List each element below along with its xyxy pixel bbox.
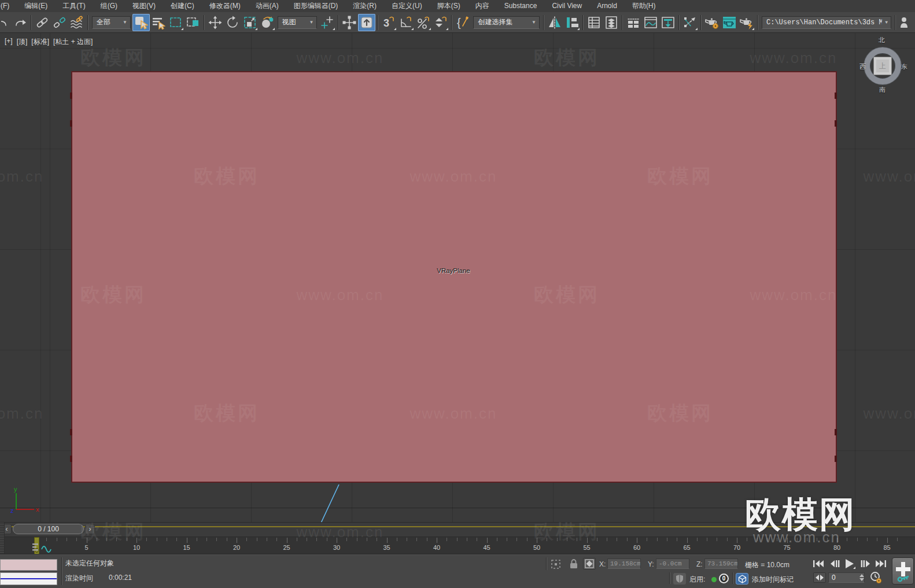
- vray-plane-object[interactable]: [71, 71, 837, 483]
- select-by-name-button[interactable]: [150, 14, 167, 31]
- toolbar-separator: [338, 15, 339, 30]
- toggle-scene-explorer-button[interactable]: [585, 14, 603, 31]
- workspace-button[interactable]: [898, 14, 915, 31]
- goto-start-button[interactable]: [811, 557, 825, 569]
- next-frame-button[interactable]: [858, 557, 873, 569]
- render-setup-button[interactable]: [703, 14, 721, 31]
- viewcube-north-label[interactable]: 北: [879, 36, 885, 45]
- viewcube-west-label[interactable]: 西: [859, 62, 866, 71]
- bind-to-space-warp-button[interactable]: [68, 14, 86, 31]
- selection-filter-dropdown[interactable]: 全部 ▼: [92, 16, 131, 29]
- macro-recorder-pane[interactable]: [0, 559, 57, 571]
- ruler-tick: [206, 538, 207, 541]
- window-crossing-button[interactable]: [185, 14, 202, 31]
- curve-editor-button[interactable]: [642, 14, 659, 31]
- redo-button[interactable]: [12, 14, 29, 31]
- edit-named-selection-sets-button[interactable]: {: [454, 14, 471, 31]
- named-selection-set-dropdown[interactable]: 创建选择集 ▼: [473, 16, 540, 29]
- keyboard-override-button[interactable]: [358, 14, 375, 31]
- rectangular-selection-region-button[interactable]: [167, 14, 185, 31]
- key-mode-toggle-button[interactable]: [813, 572, 826, 583]
- ruler-tick: [757, 538, 758, 541]
- lock-selection-icon[interactable]: [569, 559, 578, 569]
- material-editor-button[interactable]: [681, 14, 699, 31]
- viewcube-top-face[interactable]: 上: [873, 57, 892, 75]
- toggle-layer-explorer-button[interactable]: [603, 14, 620, 31]
- menu-item-2[interactable]: 工具(T): [55, 0, 93, 12]
- menu-item-13[interactable]: Substance: [497, 0, 545, 12]
- maxscript-listener-pane[interactable]: [0, 572, 57, 585]
- unlink-selection-button[interactable]: [51, 14, 68, 31]
- x-coord-field[interactable]: 19.158cm: [607, 559, 641, 569]
- absolute-mode-button[interactable]: [583, 558, 596, 569]
- ref-coord-system-dropdown[interactable]: 视图 ▼: [278, 16, 318, 29]
- enable-count-badge[interactable]: 0: [719, 574, 729, 583]
- y-coord-field[interactable]: -0.0cm: [656, 559, 689, 569]
- menu-item-10[interactable]: 自定义(U): [384, 0, 430, 12]
- menu-item-14[interactable]: Civil View: [544, 0, 589, 12]
- viewcube-south-label[interactable]: 南: [879, 86, 886, 94]
- rendered-frame-window-button[interactable]: [721, 14, 738, 31]
- menu-item-9[interactable]: 渲染(R): [345, 0, 384, 12]
- time-tag-button[interactable]: [736, 573, 748, 585]
- viewport-general-menu[interactable]: [+]: [5, 37, 13, 47]
- time-slider-next-button[interactable]: ›: [85, 524, 95, 534]
- plane-edge-mark: [70, 456, 72, 462]
- menu-item-15[interactable]: Arnold: [589, 0, 625, 12]
- add-time-tag-label[interactable]: 添加时间标记: [752, 575, 794, 585]
- render-production-button[interactable]: [738, 14, 755, 31]
- ruler-tick: [197, 538, 197, 541]
- track-bar-ruler[interactable]: 510152025303540455055606570758085 0: [0, 537, 915, 554]
- viewport-shading-menu[interactable]: [粘土 + 边面]: [53, 37, 93, 47]
- frame-spinner[interactable]: [858, 572, 865, 583]
- menu-item-12[interactable]: 内容: [468, 0, 497, 12]
- percent-snap-button[interactable]: [415, 14, 432, 31]
- mirror-button[interactable]: [546, 14, 563, 31]
- menu-item-4[interactable]: 视图(V): [125, 0, 163, 12]
- viewcube-east-label[interactable]: 东: [901, 62, 907, 71]
- snaps-toggle-button[interactable]: 3: [380, 14, 397, 31]
- menu-item-7[interactable]: 动画(A): [248, 0, 286, 12]
- toggle-ribbon-button[interactable]: [625, 14, 642, 31]
- menu-item-1[interactable]: 编辑(E): [17, 0, 55, 12]
- set-key-button[interactable]: [892, 557, 914, 585]
- align-button[interactable]: [563, 14, 581, 31]
- isolate-selection-icon[interactable]: [551, 559, 561, 569]
- trackbar-grip[interactable]: [0, 523, 5, 554]
- viewport-standard-menu[interactable]: [标准]: [31, 37, 49, 47]
- project-path-dropdown[interactable]: C:\Users\Han\Documents\3ds Max 2022 ▼: [762, 16, 891, 29]
- ruler-label-20: 20: [233, 544, 240, 551]
- select-object-button[interactable]: [132, 14, 150, 31]
- viewcube[interactable]: 上 北 西 东 南: [855, 38, 910, 94]
- select-and-manipulate-button[interactable]: [341, 14, 358, 31]
- ruler-tick: [817, 538, 817, 541]
- menu-item-0[interactable]: 文件(F): [0, 0, 17, 12]
- prev-frame-button[interactable]: [827, 557, 842, 569]
- schematic-view-button[interactable]: [659, 14, 677, 31]
- use-pivot-point-center-button[interactable]: [319, 14, 336, 31]
- viewport-pov-menu[interactable]: [顶]: [17, 37, 28, 47]
- menu-item-11[interactable]: 脚本(S): [430, 0, 468, 12]
- angle-snap-button[interactable]: [397, 14, 415, 31]
- viewport-top[interactable]: [+] [顶] [标准] [粘土 + 边面] VRayPlane 上 北 西 东…: [0, 33, 915, 522]
- select-and-move-button[interactable]: [206, 14, 224, 31]
- menu-item-5[interactable]: 创建(C): [163, 0, 202, 12]
- menu-item-16[interactable]: 帮助(H): [625, 0, 663, 12]
- menu-item-3[interactable]: 组(G): [93, 0, 125, 12]
- z-coord-field[interactable]: 73.159cm: [704, 559, 738, 569]
- mini-curve-editor-button[interactable]: [30, 542, 59, 553]
- menu-item-8[interactable]: 图形编辑器(D): [286, 0, 346, 12]
- select-and-link-button[interactable]: [34, 14, 51, 31]
- spinner-snap-button[interactable]: [432, 14, 449, 31]
- select-and-rotate-button[interactable]: [224, 14, 241, 31]
- select-and-place-button[interactable]: [259, 14, 276, 31]
- time-slider-handle[interactable]: 0 / 100: [13, 524, 84, 534]
- ruler-tick: [887, 538, 888, 543]
- goto-end-button[interactable]: [873, 557, 888, 569]
- time-configuration-button[interactable]: [869, 571, 883, 584]
- select-and-scale-button[interactable]: [241, 14, 259, 31]
- security-tools-button[interactable]: [673, 573, 686, 585]
- menu-item-6[interactable]: 修改器(M): [202, 0, 248, 12]
- undo-button[interactable]: [1, 14, 12, 31]
- play-button[interactable]: [842, 557, 857, 569]
